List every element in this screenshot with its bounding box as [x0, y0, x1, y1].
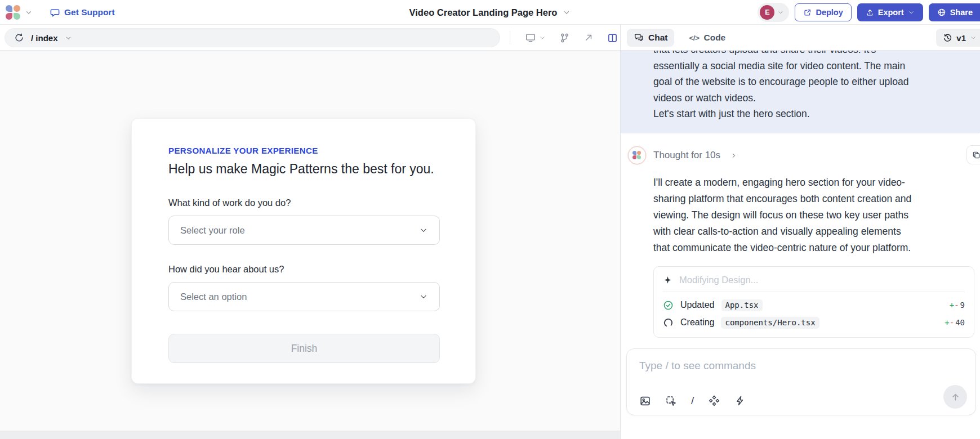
tab-chat-label: Chat [648, 33, 667, 43]
card-divider [663, 292, 965, 292]
account-menu[interactable]: E [758, 3, 789, 22]
chat-input[interactable]: Type / to see commands / [626, 348, 976, 415]
refresh-icon[interactable] [14, 33, 24, 43]
removed-indicator: - [954, 301, 959, 310]
account-chevron-down-icon [777, 9, 784, 16]
spinner-icon [663, 317, 674, 328]
export-label: Export [878, 8, 904, 17]
diff-counts: + - 40 [945, 318, 965, 327]
modal-eyebrow: PERSONALIZE YOUR EXPERIENCE [168, 146, 318, 155]
sparkle-icon [663, 275, 672, 285]
deploy-label: Deploy [816, 8, 843, 17]
share-globe-icon [937, 8, 946, 17]
slash-command-icon[interactable]: / [691, 395, 694, 407]
deploy-button[interactable]: Deploy [795, 3, 851, 21]
file-status: Creating [680, 317, 714, 328]
hear-select-placeholder: Select an option [180, 292, 247, 302]
export-chevron-down-icon [908, 9, 915, 16]
preview-bottom-strip [0, 431, 620, 439]
address-bar[interactable]: / index [5, 28, 500, 47]
components-diamonds-icon[interactable] [708, 395, 720, 407]
open-in-new-tab-icon[interactable] [583, 33, 594, 43]
assistant-response-line: I'll create a modern, engaging hero sect… [653, 174, 911, 191]
modal-title: Help us make Magic Patterns the best for… [168, 162, 434, 177]
component-tree-icon[interactable] [559, 33, 570, 43]
hear-select[interactable]: Select an option [168, 282, 440, 311]
file-name-chip: App.tsx [721, 299, 763, 311]
chat-panel: that lets creators upload and share thei… [621, 51, 980, 439]
get-support-link[interactable]: Get Support [50, 7, 115, 18]
thought-chevron-right-icon [730, 152, 737, 159]
role-select-chevron-down-icon [419, 226, 428, 235]
chat-input-placeholder: Type / to see commands [639, 360, 756, 372]
project-title: Video Creator Landing Page Hero [409, 7, 558, 18]
thought-row[interactable]: Thought for 10s [628, 146, 737, 164]
added-indicator: + [950, 301, 954, 310]
user-message-line: videos or watch videos. [653, 90, 966, 106]
preview-toolbar: / index [0, 25, 980, 51]
version-selector[interactable]: v1 [936, 29, 980, 47]
share-label: Share [950, 8, 973, 17]
split-panel-toggle-icon[interactable] [607, 33, 618, 43]
work-question-label: What kind of work do you do? [168, 198, 291, 208]
added-indicator: + [945, 318, 949, 327]
thought-duration-label: Thought for 10s [653, 150, 720, 161]
tab-code[interactable]: </> Code [689, 33, 725, 43]
file-name-chip: components/Hero.tsx [721, 317, 819, 329]
share-button[interactable]: Share [929, 3, 980, 21]
tab-code-label: Code [703, 33, 725, 43]
assistant-avatar [628, 146, 646, 164]
finish-button[interactable]: Finish [168, 334, 440, 363]
copy-message-button[interactable] [966, 145, 980, 164]
avatar: E [760, 5, 774, 20]
chat-code-tabs: Chat </> Code v1 [621, 25, 980, 51]
check-circle-icon [663, 300, 674, 311]
code-icon: </> [689, 34, 699, 42]
personalize-modal: PERSONALIZE YOUR EXPERIENCE Help us make… [131, 118, 476, 384]
user-message-line: Let's start with just the hero section. [653, 106, 966, 122]
user-message-line: goal of the website is to encourage peop… [653, 74, 966, 90]
route-chevron-down-icon[interactable] [65, 34, 72, 42]
top-bar: Get Support Video Creator Landing Page H… [0, 0, 980, 25]
workspace-chevron-down-icon[interactable] [25, 8, 33, 16]
export-button[interactable]: Export [857, 3, 923, 21]
file-row: Creating components/Hero.tsx + - 40 [663, 315, 965, 330]
preview-panel: </> Code output is React. PERSONALIZE YO… [0, 51, 620, 439]
deploy-external-link-icon [803, 8, 812, 17]
hear-select-chevron-down-icon [419, 292, 428, 301]
build-status-label: Modifying Design... [679, 275, 758, 285]
diff-counts: + - 9 [950, 301, 965, 310]
export-upload-icon [866, 8, 874, 17]
toolbar-divider [510, 31, 510, 44]
assistant-response-line: that communicate the video-centric natur… [653, 240, 911, 256]
lightning-bolt-icon[interactable] [734, 395, 746, 406]
assistant-response: I'll create a modern, engaging hero sect… [653, 174, 911, 256]
file-status: Updated [680, 300, 715, 310]
select-element-icon[interactable] [665, 395, 677, 407]
viewport-chevron-down-icon [539, 34, 546, 41]
assistant-response-line: sharing platform that encourages both co… [653, 191, 911, 207]
role-select-placeholder: Select your role [180, 225, 245, 236]
diff-count: 9 [960, 301, 965, 310]
user-message-line: essentially a social media site for vide… [653, 58, 966, 74]
build-progress-card: Modifying Design... Updated App.tsx + - … [653, 266, 974, 338]
arrow-up-icon [950, 392, 961, 402]
magic-patterns-app: Get Support Video Creator Landing Page H… [0, 0, 980, 439]
assistant-response-line: with clear calls-to-action and visually … [653, 223, 911, 240]
tab-chat[interactable]: Chat [627, 29, 674, 47]
support-chat-bubble-icon [50, 7, 60, 18]
attach-image-icon[interactable] [639, 395, 651, 407]
viewport-size-control[interactable] [525, 32, 546, 43]
diff-count: 40 [955, 318, 965, 327]
project-title-chevron-down-icon[interactable] [563, 8, 571, 16]
user-message-line: that lets creators upload and share thei… [653, 51, 966, 58]
copy-icon [972, 150, 980, 160]
route-path: / index [31, 33, 58, 43]
send-button[interactable] [943, 385, 967, 409]
hear-question-label: How did you hear about us? [168, 264, 284, 275]
file-row: Updated App.tsx + - 9 [663, 297, 965, 313]
removed-indicator: - [950, 318, 954, 327]
role-select[interactable]: Select your role [168, 216, 440, 245]
version-chevron-down-icon [970, 34, 977, 41]
magic-patterns-logo[interactable] [6, 5, 20, 20]
